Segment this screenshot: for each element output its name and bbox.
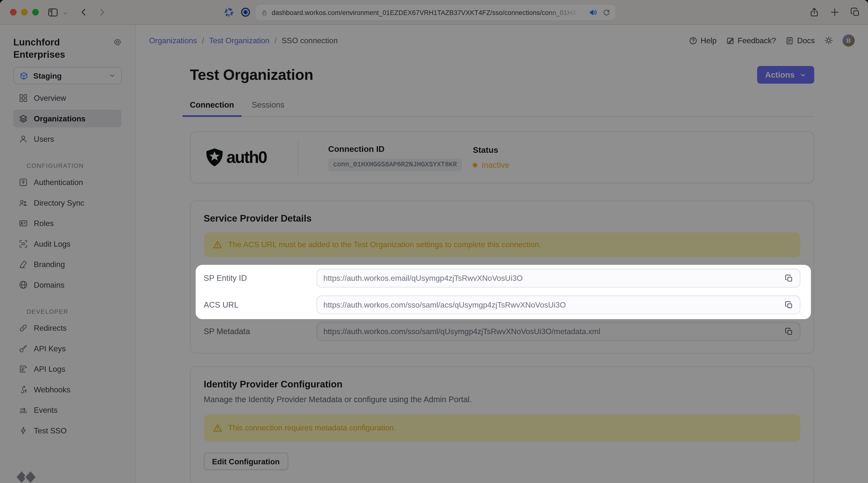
acs-warning-banner: The ACS URL must be added to the Test Or…: [204, 232, 800, 257]
address-bar[interactable]: dashboard.workos.com/environment_01EZDEX…: [256, 4, 616, 21]
copy-icon[interactable]: [785, 274, 793, 282]
tab-sessions[interactable]: Sessions: [252, 96, 285, 116]
identity-provider-description: Manage the Identity Provider Metadata or…: [204, 395, 800, 405]
pencil-square-icon: [726, 36, 734, 45]
traffic-lights[interactable]: [10, 9, 39, 15]
sp-entity-id-value: https://auth.workos.email/qUsymgp4zjTsRw…: [323, 274, 780, 283]
connection-id-label: Connection ID: [328, 144, 473, 153]
sidebar-item-label: Organizations: [34, 114, 86, 123]
sidebar-item-branding[interactable]: Branding: [13, 256, 121, 273]
sidebar-item-roles[interactable]: Roles: [13, 215, 121, 232]
actions-button[interactable]: Actions: [757, 66, 814, 84]
sidebar-item-domains[interactable]: Domains: [13, 276, 121, 294]
sidebar-item-label: Roles: [34, 219, 54, 228]
onepassword-extension-icon[interactable]: [241, 7, 251, 17]
connection-id-value[interactable]: conn_01HXHGGS8AP6R2NJHGXSYXT8KR: [328, 158, 462, 171]
back-button[interactable]: [80, 8, 88, 17]
help-label: Help: [701, 36, 717, 45]
sidebar-item-test-sso[interactable]: Test SSO: [13, 422, 121, 439]
status-dot: [473, 163, 477, 167]
sidebar-item-redirects[interactable]: Redirects: [13, 319, 121, 337]
help-button[interactable]: Help: [689, 36, 716, 45]
sidebar-item-authentication[interactable]: Authentication: [13, 173, 121, 191]
reload-icon[interactable]: [602, 9, 611, 17]
docs-button[interactable]: Docs: [785, 36, 815, 45]
sidebar-item-api-logs[interactable]: API Logs: [13, 360, 121, 378]
acs-url-label: ACS URL: [204, 300, 316, 309]
sidebar-item-label: Authentication: [34, 178, 83, 187]
sp-metadata-row: SP Metadata https://auth.workos.com/sso/…: [204, 322, 800, 341]
breadcrumb-organizations[interactable]: Organizations: [149, 36, 197, 45]
sp-entity-id-field[interactable]: https://auth.workos.email/qUsymgp4zjTsRw…: [316, 269, 800, 288]
browser-toolbar: dashboard.workos.com/environment_01EZDEX…: [0, 0, 868, 25]
section-header-developer: DEVELOPER: [27, 308, 108, 315]
acs-url-value: https://auth.workos.com/sso/saml/acs/qUs…: [323, 300, 780, 309]
sidebar-item-audit-logs[interactable]: Audit Logs: [13, 235, 121, 253]
url-text: dashboard.workos.com/environment_01EZDEX…: [272, 9, 589, 17]
key-icon: [19, 344, 28, 353]
sidebar-item-directory-sync[interactable]: Directory Sync: [13, 194, 121, 212]
auth0-shield-icon: [204, 146, 225, 168]
bolt-icon: [19, 426, 28, 435]
edit-configuration-button[interactable]: Edit Configuration: [204, 453, 288, 470]
chevron-down-icon[interactable]: [63, 10, 68, 16]
avatar[interactable]: B: [842, 34, 855, 47]
help-circle-icon: [689, 36, 697, 45]
tab-connection[interactable]: Connection: [190, 96, 234, 116]
forward-button[interactable]: [98, 8, 106, 17]
minimize-window-button[interactable]: [21, 9, 28, 15]
breadcrumb-test-organization[interactable]: Test Organization: [209, 36, 270, 45]
close-window-button[interactable]: [10, 9, 17, 15]
share-icon[interactable]: [809, 7, 819, 17]
copy-icon[interactable]: [785, 301, 793, 309]
gear-icon[interactable]: [113, 38, 122, 46]
warning-text: This connection requires metadata config…: [228, 423, 396, 432]
service-provider-card: Service Provider Details The ACS URL mus…: [190, 200, 814, 353]
toolbar-right: [809, 7, 860, 17]
theme-toggle[interactable]: [824, 36, 833, 45]
sidebar-toggle-icon[interactable]: [48, 7, 58, 18]
acs-url-field[interactable]: https://auth.workos.com/sso/saml/acs/qUs…: [316, 295, 800, 314]
org-name: Lunchford Enterprises: [13, 37, 96, 61]
sidebar-nav: Overview Organizations Users CONFIGURATI…: [13, 89, 121, 439]
document-icon: [785, 36, 794, 45]
copy-icon[interactable]: [785, 327, 793, 335]
sidebar-item-label: Redirects: [34, 324, 67, 332]
sidebar-item-overview[interactable]: Overview: [13, 89, 121, 107]
service-provider-title: Service Provider Details: [204, 213, 800, 224]
sidebar-item-organizations[interactable]: Organizations: [13, 110, 121, 128]
tab-overview-icon[interactable]: [850, 7, 860, 17]
feedback-button[interactable]: Feedback?: [726, 36, 776, 45]
sidebar-item-webhooks[interactable]: Webhooks: [13, 381, 121, 398]
sp-metadata-field[interactable]: https://auth.workos.com/sso/saml/qUsymgp…: [316, 322, 800, 341]
environment-selector[interactable]: Staging: [13, 67, 122, 84]
zoom-window-button[interactable]: [32, 9, 39, 15]
warning-icon: [213, 423, 222, 432]
sidebar-item-label: API Keys: [34, 344, 66, 353]
audio-playing-icon[interactable]: [589, 8, 597, 17]
environment-label: Staging: [33, 71, 62, 80]
link-icon: [19, 324, 28, 332]
scroll-icon: [19, 364, 28, 374]
status-value: Inactive: [482, 161, 509, 169]
sidebar-item-label: Webhooks: [34, 385, 70, 394]
sidebar-item-events[interactable]: Events: [13, 401, 121, 419]
audit-scan-icon: [19, 239, 28, 248]
sidebar-item-label: Test SSO: [34, 426, 67, 435]
section-header-configuration: CONFIGURATION: [27, 162, 108, 169]
lock-icon: [261, 9, 268, 16]
docs-label: Docs: [797, 36, 815, 45]
sidebar-item-users[interactable]: Users: [13, 130, 121, 148]
new-tab-icon[interactable]: [830, 7, 840, 17]
extension-spinner-icon[interactable]: [224, 7, 234, 17]
layers-icon: [19, 114, 28, 123]
main-content: Organizations / Test Organization / SSO …: [136, 25, 868, 483]
cube-icon: [20, 71, 28, 80]
sidebar-item-label: Overview: [34, 94, 66, 102]
metadata-warning-banner: This connection requires metadata config…: [204, 414, 800, 442]
breadcrumb-current: SSO connection: [282, 36, 338, 45]
sidebar-item-api-keys[interactable]: API Keys: [13, 340, 121, 357]
grid-icon: [19, 94, 28, 102]
breadcrumb: Organizations / Test Organization / SSO …: [149, 36, 338, 45]
auth0-wordmark: auth0: [226, 148, 267, 167]
